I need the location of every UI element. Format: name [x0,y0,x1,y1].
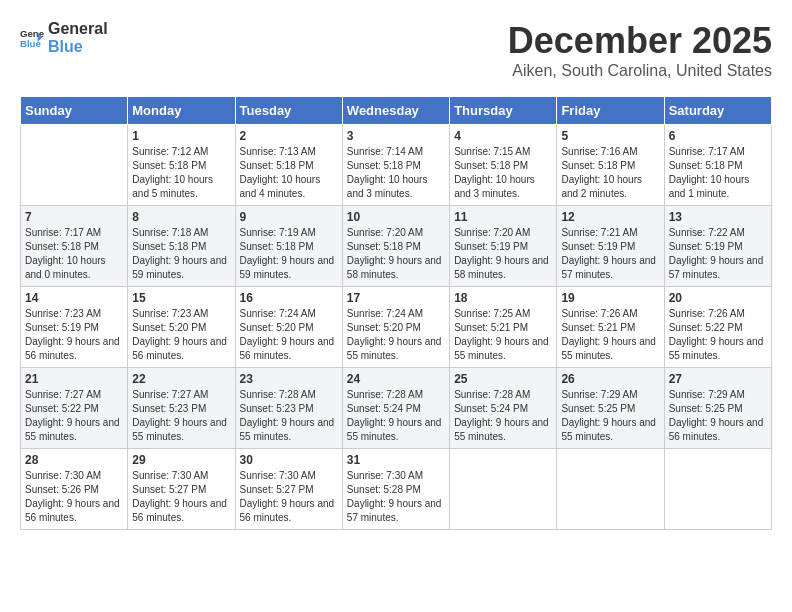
day-number: 17 [347,291,445,305]
day-info: Sunrise: 7:18 AM Sunset: 5:18 PM Dayligh… [132,226,230,282]
day-info: Sunrise: 7:29 AM Sunset: 5:25 PM Dayligh… [669,388,767,444]
day-number: 11 [454,210,552,224]
day-number: 8 [132,210,230,224]
week-row-2: 7Sunrise: 7:17 AM Sunset: 5:18 PM Daylig… [21,206,772,287]
day-number: 12 [561,210,659,224]
day-number: 30 [240,453,338,467]
day-number: 28 [25,453,123,467]
day-cell: 22Sunrise: 7:27 AM Sunset: 5:23 PM Dayli… [128,368,235,449]
day-number: 21 [25,372,123,386]
day-cell: 16Sunrise: 7:24 AM Sunset: 5:20 PM Dayli… [235,287,342,368]
day-number: 14 [25,291,123,305]
day-cell: 4Sunrise: 7:15 AM Sunset: 5:18 PM Daylig… [450,125,557,206]
day-number: 3 [347,129,445,143]
day-info: Sunrise: 7:19 AM Sunset: 5:18 PM Dayligh… [240,226,338,282]
day-number: 20 [669,291,767,305]
day-info: Sunrise: 7:30 AM Sunset: 5:27 PM Dayligh… [240,469,338,525]
day-cell: 18Sunrise: 7:25 AM Sunset: 5:21 PM Dayli… [450,287,557,368]
day-number: 31 [347,453,445,467]
day-cell: 9Sunrise: 7:19 AM Sunset: 5:18 PM Daylig… [235,206,342,287]
day-info: Sunrise: 7:21 AM Sunset: 5:19 PM Dayligh… [561,226,659,282]
day-cell [21,125,128,206]
day-number: 15 [132,291,230,305]
day-cell: 30Sunrise: 7:30 AM Sunset: 5:27 PM Dayli… [235,449,342,530]
day-info: Sunrise: 7:30 AM Sunset: 5:27 PM Dayligh… [132,469,230,525]
header-tuesday: Tuesday [235,97,342,125]
logo: General Blue General Blue [20,20,108,55]
day-cell: 15Sunrise: 7:23 AM Sunset: 5:20 PM Dayli… [128,287,235,368]
week-row-3: 14Sunrise: 7:23 AM Sunset: 5:19 PM Dayli… [21,287,772,368]
day-number: 27 [669,372,767,386]
day-info: Sunrise: 7:27 AM Sunset: 5:22 PM Dayligh… [25,388,123,444]
day-info: Sunrise: 7:26 AM Sunset: 5:21 PM Dayligh… [561,307,659,363]
day-cell: 14Sunrise: 7:23 AM Sunset: 5:19 PM Dayli… [21,287,128,368]
calendar-table: SundayMondayTuesdayWednesdayThursdayFrid… [20,96,772,530]
logo-icon: General Blue [20,26,44,50]
day-cell: 29Sunrise: 7:30 AM Sunset: 5:27 PM Dayli… [128,449,235,530]
week-row-4: 21Sunrise: 7:27 AM Sunset: 5:22 PM Dayli… [21,368,772,449]
day-number: 16 [240,291,338,305]
header-wednesday: Wednesday [342,97,449,125]
day-info: Sunrise: 7:26 AM Sunset: 5:22 PM Dayligh… [669,307,767,363]
day-cell: 13Sunrise: 7:22 AM Sunset: 5:19 PM Dayli… [664,206,771,287]
month-title: December 2025 [508,20,772,62]
calendar-header-row: SundayMondayTuesdayWednesdayThursdayFrid… [21,97,772,125]
day-info: Sunrise: 7:17 AM Sunset: 5:18 PM Dayligh… [669,145,767,201]
day-info: Sunrise: 7:29 AM Sunset: 5:25 PM Dayligh… [561,388,659,444]
day-cell: 19Sunrise: 7:26 AM Sunset: 5:21 PM Dayli… [557,287,664,368]
day-cell: 11Sunrise: 7:20 AM Sunset: 5:19 PM Dayli… [450,206,557,287]
day-info: Sunrise: 7:14 AM Sunset: 5:18 PM Dayligh… [347,145,445,201]
day-cell [557,449,664,530]
week-row-1: 1Sunrise: 7:12 AM Sunset: 5:18 PM Daylig… [21,125,772,206]
day-cell: 21Sunrise: 7:27 AM Sunset: 5:22 PM Dayli… [21,368,128,449]
header-thursday: Thursday [450,97,557,125]
day-cell: 2Sunrise: 7:13 AM Sunset: 5:18 PM Daylig… [235,125,342,206]
day-info: Sunrise: 7:17 AM Sunset: 5:18 PM Dayligh… [25,226,123,282]
day-number: 22 [132,372,230,386]
day-info: Sunrise: 7:15 AM Sunset: 5:18 PM Dayligh… [454,145,552,201]
day-info: Sunrise: 7:22 AM Sunset: 5:19 PM Dayligh… [669,226,767,282]
day-number: 25 [454,372,552,386]
day-info: Sunrise: 7:24 AM Sunset: 5:20 PM Dayligh… [347,307,445,363]
logo-general: General [48,20,108,37]
title-area: December 2025 Aiken, South Carolina, Uni… [508,20,772,80]
day-info: Sunrise: 7:30 AM Sunset: 5:28 PM Dayligh… [347,469,445,525]
day-info: Sunrise: 7:28 AM Sunset: 5:24 PM Dayligh… [347,388,445,444]
header-friday: Friday [557,97,664,125]
day-cell: 8Sunrise: 7:18 AM Sunset: 5:18 PM Daylig… [128,206,235,287]
day-info: Sunrise: 7:30 AM Sunset: 5:26 PM Dayligh… [25,469,123,525]
day-number: 4 [454,129,552,143]
day-info: Sunrise: 7:20 AM Sunset: 5:18 PM Dayligh… [347,226,445,282]
header-saturday: Saturday [664,97,771,125]
day-cell: 26Sunrise: 7:29 AM Sunset: 5:25 PM Dayli… [557,368,664,449]
day-cell: 23Sunrise: 7:28 AM Sunset: 5:23 PM Dayli… [235,368,342,449]
day-cell [664,449,771,530]
day-info: Sunrise: 7:13 AM Sunset: 5:18 PM Dayligh… [240,145,338,201]
day-cell: 3Sunrise: 7:14 AM Sunset: 5:18 PM Daylig… [342,125,449,206]
location-title: Aiken, South Carolina, United States [508,62,772,80]
page-header: General Blue General Blue December 2025 … [20,20,772,80]
day-number: 10 [347,210,445,224]
day-cell: 12Sunrise: 7:21 AM Sunset: 5:19 PM Dayli… [557,206,664,287]
day-cell: 25Sunrise: 7:28 AM Sunset: 5:24 PM Dayli… [450,368,557,449]
logo-blue: Blue [48,38,83,55]
day-cell: 20Sunrise: 7:26 AM Sunset: 5:22 PM Dayli… [664,287,771,368]
day-number: 24 [347,372,445,386]
day-info: Sunrise: 7:16 AM Sunset: 5:18 PM Dayligh… [561,145,659,201]
header-sunday: Sunday [21,97,128,125]
day-cell: 27Sunrise: 7:29 AM Sunset: 5:25 PM Dayli… [664,368,771,449]
day-cell: 5Sunrise: 7:16 AM Sunset: 5:18 PM Daylig… [557,125,664,206]
day-number: 1 [132,129,230,143]
day-info: Sunrise: 7:25 AM Sunset: 5:21 PM Dayligh… [454,307,552,363]
day-number: 29 [132,453,230,467]
day-cell: 10Sunrise: 7:20 AM Sunset: 5:18 PM Dayli… [342,206,449,287]
day-info: Sunrise: 7:27 AM Sunset: 5:23 PM Dayligh… [132,388,230,444]
day-info: Sunrise: 7:23 AM Sunset: 5:20 PM Dayligh… [132,307,230,363]
day-cell: 6Sunrise: 7:17 AM Sunset: 5:18 PM Daylig… [664,125,771,206]
day-number: 23 [240,372,338,386]
day-number: 19 [561,291,659,305]
day-number: 7 [25,210,123,224]
day-number: 18 [454,291,552,305]
day-number: 2 [240,129,338,143]
day-info: Sunrise: 7:20 AM Sunset: 5:19 PM Dayligh… [454,226,552,282]
